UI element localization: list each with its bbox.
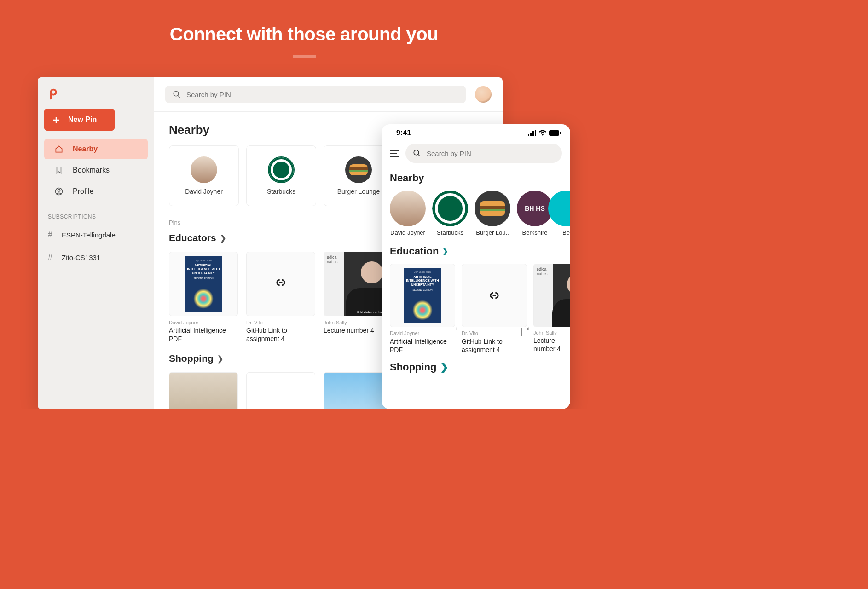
pin-thumbnail: Deyi Li and Yi Du ARTIFICIAL INTELLIGENC… bbox=[390, 264, 455, 327]
chevron-right-icon: ❯ bbox=[440, 361, 448, 373]
nearby-name: David Joyner bbox=[185, 188, 223, 195]
nearby-avatar bbox=[268, 156, 295, 183]
svg-point-10 bbox=[414, 150, 419, 155]
pin-owner: David Joyner bbox=[390, 330, 419, 336]
thumb-text: edical bbox=[537, 267, 548, 271]
pin-thumbnail bbox=[246, 372, 315, 409]
battery-icon bbox=[549, 130, 561, 136]
book-cover: Deyi Li and Yi Du ARTIFICIAL INTELLIGENC… bbox=[185, 256, 222, 312]
bookmark-add-icon[interactable]: + bbox=[521, 330, 527, 336]
nearby-card[interactable]: Starbucks bbox=[432, 191, 468, 236]
pin-thumbnail: Deyi Li and Yi Du ARTIFICIAL INTELLIGENC… bbox=[169, 252, 238, 316]
svg-rect-7 bbox=[535, 130, 536, 136]
brain-graphic bbox=[193, 289, 214, 309]
nearby-avatar: BH HS bbox=[517, 191, 553, 226]
section-title-text: Education bbox=[390, 245, 439, 257]
pin-owner: John Sally bbox=[533, 330, 557, 335]
pin-card[interactable]: Deyi Li and Yi Du ARTIFICIAL INTELLIGENC… bbox=[169, 252, 238, 343]
nearby-card[interactable]: Burger Lou.. bbox=[475, 191, 510, 236]
svg-rect-8 bbox=[549, 130, 559, 136]
hash-icon: # bbox=[48, 230, 52, 240]
nearby-card[interactable]: Starbucks bbox=[246, 145, 316, 206]
nearby-name: Starbucks bbox=[267, 188, 295, 195]
nearby-card[interactable]: David Joyner bbox=[169, 145, 239, 206]
nearby-card[interactable]: Be bbox=[559, 191, 570, 236]
logo-icon bbox=[47, 87, 60, 100]
pin-thumbnail bbox=[246, 252, 315, 316]
brain-graphic bbox=[412, 300, 433, 320]
subscriptions-label: SUBSCRIPTIONS bbox=[38, 202, 154, 224]
search-input[interactable] bbox=[427, 150, 555, 157]
sidebar-item-nearby[interactable]: Nearby bbox=[44, 139, 148, 159]
search-box[interactable] bbox=[165, 86, 466, 103]
section-title-text: Educators bbox=[169, 232, 216, 243]
thumb-text: natics bbox=[537, 271, 548, 276]
hash-icon: # bbox=[48, 253, 52, 262]
profile-icon bbox=[54, 187, 64, 196]
section-title-nearby: Nearby bbox=[390, 172, 570, 184]
plus-icon: ＋ bbox=[51, 114, 62, 125]
subscription-name: Zito-CS1331 bbox=[62, 254, 100, 261]
new-pin-button[interactable]: ＋ New Pin bbox=[44, 109, 115, 131]
subscription-item[interactable]: # ESPN-Tellingdale bbox=[38, 224, 154, 246]
book-subtitle: SECOND EDITION bbox=[193, 277, 213, 280]
mobile-app: 9:41 Nearby David Joyner Starbucks bbox=[382, 124, 570, 409]
pin-thumbnail bbox=[462, 264, 527, 327]
mobile-content: Nearby David Joyner Starbucks Burger Lou… bbox=[382, 169, 570, 373]
pin-thumbnail bbox=[169, 372, 238, 409]
nearby-avatar bbox=[390, 191, 426, 226]
nearby-name: David Joyner bbox=[390, 229, 425, 236]
pin-title: GitHub Link to assignment 4 bbox=[246, 326, 315, 343]
pin-title: Artificial Intelligence PDF bbox=[390, 337, 455, 354]
pin-card[interactable]: edicalnatics fields into one John Sally … bbox=[533, 264, 570, 354]
status-bar: 9:41 bbox=[382, 124, 570, 139]
nearby-avatar bbox=[432, 191, 468, 226]
pin-card[interactable]: Deyi Li and Yi Du ARTIFICIAL INTELLIGENC… bbox=[390, 264, 455, 354]
link-icon bbox=[488, 289, 501, 302]
pin-card[interactable] bbox=[246, 372, 315, 409]
svg-line-11 bbox=[418, 154, 420, 156]
nearby-name: Berkshire bbox=[522, 229, 548, 236]
svg-rect-5 bbox=[530, 133, 532, 136]
app-logo[interactable] bbox=[38, 87, 154, 100]
hero-title: Connect with those around you bbox=[0, 24, 608, 45]
pin-card[interactable] bbox=[169, 372, 238, 409]
sidebar-item-bookmarks[interactable]: Bookmarks bbox=[44, 160, 148, 180]
thumb-text: natics bbox=[327, 260, 338, 264]
subscription-item[interactable]: # Zito-CS1331 bbox=[38, 246, 154, 269]
pin-card[interactable]: Dr. Vito + GitHub Link to assignment 4 bbox=[462, 264, 527, 354]
status-time: 9:41 bbox=[396, 129, 411, 137]
new-pin-label: New Pin bbox=[68, 115, 97, 124]
sidebar-item-profile[interactable]: Profile bbox=[44, 181, 148, 202]
pin-owner: David Joyner bbox=[169, 320, 238, 325]
svg-point-2 bbox=[174, 91, 179, 96]
sidebar-item-label: Profile bbox=[73, 187, 93, 196]
nearby-row[interactable]: David Joyner Starbucks Burger Lou.. BH H… bbox=[390, 191, 570, 236]
hamburger-menu-button[interactable] bbox=[390, 150, 399, 157]
search-input[interactable] bbox=[186, 91, 458, 98]
svg-line-3 bbox=[178, 95, 180, 98]
section-title-shopping[interactable]: Shopping ❯ bbox=[390, 361, 570, 373]
link-icon bbox=[274, 276, 287, 292]
user-avatar[interactable] bbox=[475, 86, 492, 103]
section-title-text: Nearby bbox=[390, 172, 424, 184]
nearby-card[interactable]: BH HS Berkshire bbox=[517, 191, 553, 236]
nearby-name: Burger Lounge bbox=[337, 188, 380, 195]
svg-rect-6 bbox=[532, 131, 534, 136]
section-title-education[interactable]: Education ❯ bbox=[390, 245, 570, 257]
search-box[interactable] bbox=[405, 144, 562, 163]
search-icon bbox=[413, 149, 421, 157]
sidebar-item-label: Nearby bbox=[73, 145, 98, 153]
pin-card[interactable]: Dr. Vito GitHub Link to assignment 4 bbox=[246, 252, 315, 343]
thumb-text: edical bbox=[327, 255, 338, 260]
bookmark-icon bbox=[54, 166, 64, 175]
bookmark-add-icon[interactable]: + bbox=[450, 330, 455, 336]
pin-thumbnail: edicalnatics fields into one bbox=[533, 264, 570, 327]
hero: Connect with those around you bbox=[0, 0, 608, 58]
book-subtitle: SECOND EDITION bbox=[412, 289, 432, 291]
home-icon bbox=[54, 144, 64, 154]
nearby-card[interactable]: David Joyner bbox=[390, 191, 426, 236]
nearby-avatar bbox=[475, 191, 510, 226]
svg-point-1 bbox=[58, 189, 60, 191]
book-title: ARTIFICIAL INTELLIGENCE WITH UNCERTAINTY bbox=[406, 275, 439, 287]
